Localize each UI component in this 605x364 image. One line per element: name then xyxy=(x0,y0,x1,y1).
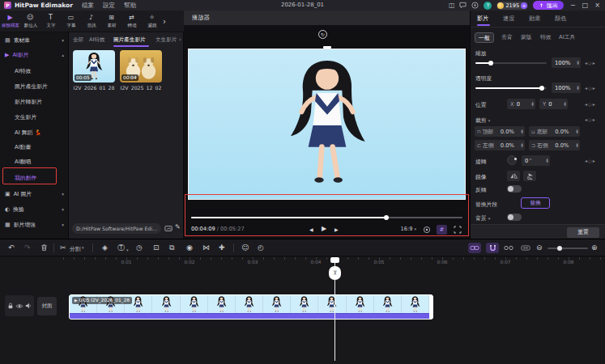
media-tabs-more-chevron-icon[interactable]: › xyxy=(179,36,181,43)
motion-tool-icon[interactable]: ◉ xyxy=(186,243,193,253)
sidebar-text-to-video[interactable]: 文生影片 xyxy=(15,111,63,123)
prev-frame-button[interactable]: ◀ xyxy=(309,226,313,232)
grid-toggle-button[interactable]: # xyxy=(437,225,447,235)
reverse-toggle[interactable] xyxy=(507,185,522,193)
ribbon-subtitles[interactable]: ▭字幕 xyxy=(61,14,81,29)
seekbar-knob[interactable] xyxy=(384,215,389,220)
background-toggle[interactable] xyxy=(507,214,522,221)
playhead-split-button[interactable]: ✂ xyxy=(329,266,341,280)
subtab-ai-tools[interactable]: AI工具 xyxy=(556,32,578,43)
minimize-button[interactable]: − xyxy=(570,2,576,9)
crop-bottom-field[interactable]: ⊔底部0.0%▲▼ xyxy=(529,126,580,137)
opacity-slider[interactable] xyxy=(475,87,547,89)
credits-pill[interactable]: 2195 + xyxy=(496,2,528,10)
crop-left-field[interactable]: ⊏左側0.0%▲▼ xyxy=(475,140,525,150)
tab-speed[interactable]: 速度 xyxy=(503,15,514,23)
pip-tool-icon[interactable]: ⧉ xyxy=(169,243,174,253)
media-tab-ai-effects[interactable]: AI特效 xyxy=(89,36,105,44)
next-frame-button[interactable]: ▶ xyxy=(334,226,339,232)
reset-button[interactable]: 重置 xyxy=(567,227,599,238)
crop-tool-icon[interactable]: ⊡ xyxy=(153,243,160,253)
export-button[interactable]: 匯出 xyxy=(533,1,564,10)
opacity-slider-knob[interactable] xyxy=(539,86,544,91)
redo-icon[interactable]: ↷ xyxy=(24,243,31,253)
split-scissors-icon[interactable]: ✂ xyxy=(60,243,66,253)
timeline[interactable]: 0:01 0:02 0:03 0:04 0:05 0:06 0:07 0:08 … xyxy=(0,257,605,364)
ribbon-digital-human[interactable]: ☺數位人 xyxy=(20,14,40,29)
flip-vertical-button[interactable] xyxy=(523,171,536,181)
close-button[interactable]: × xyxy=(594,2,600,9)
add-credits-button[interactable]: + xyxy=(521,2,527,9)
snapshot-icon[interactable] xyxy=(423,226,431,234)
chevron-down-icon[interactable]: ▾ xyxy=(126,245,129,256)
media-tab-all[interactable]: 全部 xyxy=(73,36,83,44)
scale-slider-knob[interactable] xyxy=(488,61,493,66)
mirror-tool-icon[interactable]: ⋈ xyxy=(202,243,210,253)
subtab-remove-bg[interactable]: 去背 xyxy=(498,32,516,43)
keyframe-controls[interactable]: ◂◇▸ xyxy=(585,158,596,163)
player-seekbar[interactable] xyxy=(191,216,462,219)
menu-file[interactable]: 檔案 xyxy=(82,2,94,10)
tab-color[interactable]: 顏色 xyxy=(555,15,566,23)
sidebar-ai-cover[interactable]: AI翻唱 xyxy=(15,155,63,167)
ribbon-transitions[interactable]: ⇄轉場 xyxy=(121,14,142,29)
sidebar-my-creations[interactable]: 我的創作 xyxy=(15,171,63,184)
ripple-edit-icon[interactable] xyxy=(519,243,532,253)
text-tool-icon[interactable]: Ⓣ xyxy=(117,243,125,253)
speed-tool-icon[interactable]: ◷ xyxy=(136,243,143,253)
opacity-value-field[interactable]: 100% ▲▼ xyxy=(552,83,581,93)
tab-animation[interactable]: 動畫 xyxy=(529,15,540,23)
rotate-knob[interactable] xyxy=(507,155,517,165)
ribbon-audio[interactable]: ♪音訊 xyxy=(81,14,101,29)
history-tool-icon[interactable]: ◴ xyxy=(258,243,264,253)
sidebar-ai-dance[interactable]: AI 舞蹈💃 xyxy=(15,126,63,138)
media-tab-image-to-video[interactable]: 圖片產生影片 xyxy=(113,36,146,44)
menu-settings[interactable]: 設定 xyxy=(103,2,115,10)
edit-pen-icon[interactable]: ✎ xyxy=(175,223,181,231)
play-button[interactable]: ▶ xyxy=(322,225,326,232)
aspect-ratio-select[interactable]: 16:9 ▾ xyxy=(401,226,416,232)
media-tab-text-to-video[interactable]: 文生影片 xyxy=(156,36,177,44)
stepper[interactable]: ▲▼ xyxy=(577,86,579,91)
avatar[interactable]: T xyxy=(484,2,492,10)
timeline-clip[interactable]: ▶0:05 I2V_2026_01_28 xyxy=(69,294,433,320)
scale-slider[interactable] xyxy=(475,62,547,64)
sidebar-image-to-video[interactable]: 圖片產生影片 xyxy=(15,80,63,92)
link-clips-icon[interactable] xyxy=(468,243,481,253)
ribbon-filters[interactable]: ✧濾鏡 xyxy=(142,14,162,29)
ribbon-more-chevron-icon[interactable]: › xyxy=(163,17,166,26)
sidebar-library[interactable]: ▤素材庫▾ xyxy=(0,34,69,47)
video-preview[interactable] xyxy=(188,49,466,200)
undo-icon[interactable]: ↶ xyxy=(8,243,15,253)
crop-right-field[interactable]: ⊐右側0.0%▲▼ xyxy=(529,140,580,150)
stepper[interactable]: ▲▼ xyxy=(577,61,579,66)
timeline-zoom-in-icon[interactable]: ⊕ xyxy=(591,243,598,253)
timeline-zoom-knob[interactable] xyxy=(557,246,562,251)
replace-button[interactable]: 替換 xyxy=(521,197,550,209)
fullscreen-icon[interactable] xyxy=(454,226,462,234)
keyframe-controls[interactable]: ◂◇▸ xyxy=(585,116,596,122)
stepper[interactable]: ▲▼ xyxy=(546,159,548,163)
sidebar-face-swap[interactable]: ◐換臉▾ xyxy=(0,203,69,216)
feedback-icon[interactable] xyxy=(459,2,467,9)
subtab-general[interactable]: 一般 xyxy=(475,32,494,43)
stepper[interactable]: ▲▼ xyxy=(564,102,566,107)
timeline-zoom-out-icon[interactable]: ⊖ xyxy=(536,243,543,253)
scale-value-field[interactable]: 100% ▲▼ xyxy=(552,57,581,68)
mute-track-icon[interactable] xyxy=(25,303,32,309)
sidebar-ai-image[interactable]: ▣AI 圖片▾ xyxy=(0,188,69,201)
keyframe-controls[interactable]: ◂◇▸ xyxy=(585,85,596,91)
subtab-mask[interactable]: 蒙版 xyxy=(518,32,535,43)
media-clip-girl[interactable]: 00:05 xyxy=(73,50,115,83)
ribbon-media[interactable]: ▶媒體檔案 xyxy=(0,14,20,29)
sidebar-ai-effects[interactable]: AI特效 xyxy=(15,65,63,77)
clip-trim-handle[interactable] xyxy=(429,295,432,319)
cover-button[interactable]: 封面 xyxy=(37,297,57,315)
crop-top-field[interactable]: ⊓頂部0.0%▲▼ xyxy=(475,126,525,137)
download-icon[interactable] xyxy=(471,2,479,9)
subtab-effects[interactable]: 特效 xyxy=(537,32,555,43)
magnet-snap-icon[interactable] xyxy=(486,243,499,253)
chevron-down-icon[interactable]: ▾ xyxy=(82,245,84,250)
unlink-clips-icon[interactable] xyxy=(502,243,515,253)
hide-track-icon[interactable] xyxy=(15,303,23,309)
